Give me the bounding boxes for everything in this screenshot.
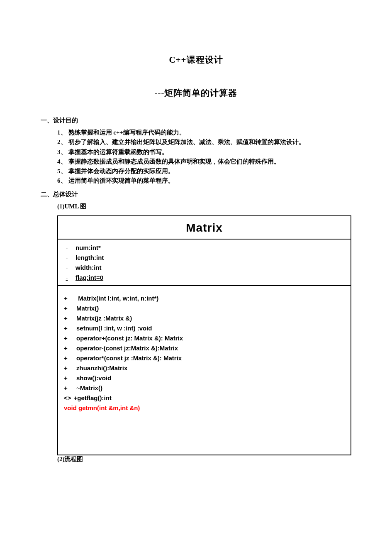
section-one-heading: 一、设计目的	[41, 115, 351, 125]
op-text: Matrix()	[76, 305, 99, 312]
uml-operation-friend: void getmn(int &m,int &n)	[64, 403, 345, 413]
attr-text: width:int	[75, 264, 101, 271]
visibility-icon: -	[64, 253, 70, 263]
list-text: 运用简单的循环实现简单的菜单程序。	[68, 176, 352, 186]
visibility-icon: +	[64, 333, 71, 343]
list-item: 1、 熟练掌握和运用 c++编写程序代码的能力。	[57, 128, 351, 137]
uml-operation: +Matrix(jz :Matrix &)	[64, 313, 345, 323]
visibility-icon: -	[64, 243, 70, 253]
main-title: C++课程设计	[41, 54, 351, 66]
visibility-icon: +	[64, 353, 71, 363]
op-text: ~Matrix()	[76, 384, 102, 391]
op-text: operator*(const jz :Matrix &): Matrix	[76, 355, 182, 362]
visibility-icon: -	[64, 263, 70, 273]
uml-operations-section: + Matrix(int l:int, w:int, n:int*) +Matr…	[58, 286, 351, 455]
section-two-sub: (1)UML 图	[41, 202, 351, 211]
visibility-icon: +	[64, 293, 71, 303]
op-text: show():void	[76, 374, 111, 381]
uml-operation: + Matrix(int l:int, w:int, n:int*)	[64, 293, 345, 303]
list-item: 5、 掌握并体会动态内存分配的实际应用。	[57, 166, 351, 176]
uml-label-text: (1)UML 图	[57, 202, 351, 211]
section-two-heading: 二、总体设计	[41, 189, 351, 199]
uml-operation: +Matrix()	[64, 303, 345, 313]
visibility-icon: +	[64, 343, 71, 353]
op-text: setnum(l :int, w :int) :void	[76, 325, 152, 332]
list-item: 2、 初步了解输入、建立并输出矩阵以及矩阵加法、减法、乘法、赋值和转置的算法设计…	[57, 137, 351, 147]
uml-attribute: -num:int*	[64, 243, 345, 253]
list-text: 熟练掌握和运用 c++编写程序代码的能力。	[68, 128, 352, 137]
uml-operation: +~Matrix()	[64, 383, 345, 393]
op-text: zhuanzhi():Matrix	[76, 364, 127, 372]
uml-operation: +operator*(const jz :Matrix &): Matrix	[64, 353, 345, 363]
list-number: 6、	[57, 176, 67, 186]
uml-operation: +zhuanzhi():Matrix	[64, 363, 345, 373]
list-text: 初步了解输入、建立并输出矩阵以及矩阵加法、减法、乘法、赋值和转置的算法设计。	[68, 137, 352, 147]
list-text: 掌握静态数据成员和静态成员函数的具体声明和实现，体会它们的特殊作用。	[68, 157, 352, 166]
list-number: 2、	[57, 137, 67, 147]
op-text: operator+(const jz: Matrix &): Matrix	[76, 335, 183, 342]
flowchart-label: (2)流程图	[41, 455, 351, 463]
visibility-icon: +	[64, 373, 71, 383]
op-text: Matrix(int l:int, w:int, n:int*)	[76, 295, 158, 302]
op-text: operator-(const jz:Matrix &):Matrix	[76, 345, 178, 352]
uml-operation: +setnum(l :int, w :int) :void	[64, 323, 345, 333]
uml-label: (1)UML 图	[57, 202, 351, 211]
uml-attribute-static: -flag:int=0	[64, 273, 345, 283]
list-text: 掌握基本的运算符重载函数的书写。	[68, 147, 352, 157]
uml-attribute: -length:int	[64, 253, 345, 263]
uml-operation: +show():void	[64, 373, 345, 383]
uml-class-diagram: Matrix -num:int* -length:int -width:int …	[57, 215, 351, 455]
list-number: 5、	[57, 166, 67, 176]
visibility-icon: +	[64, 323, 71, 333]
list-text: 掌握并体会动态内存分配的实际应用。	[68, 166, 352, 176]
visibility-icon: +	[64, 363, 71, 373]
attr-text: num:int*	[75, 244, 101, 251]
uml-attributes-section: -num:int* -length:int -width:int -flag:i…	[58, 240, 351, 286]
document-page: C++课程设计 ---矩阵简单的计算器 一、设计目的 1、 熟练掌握和运用 c+…	[0, 0, 392, 488]
uml-class-name: Matrix	[58, 216, 351, 240]
attr-text: flag:int=0	[75, 274, 103, 281]
subtitle: ---矩阵简单的计算器	[41, 87, 351, 99]
op-text: +getflag():int	[74, 394, 112, 401]
op-text: Matrix(jz :Matrix &)	[76, 315, 132, 322]
visibility-icon: -	[64, 273, 70, 283]
list-number: 3、	[57, 147, 67, 157]
uml-operation: +operator+(const jz: Matrix &): Matrix	[64, 333, 345, 343]
list-number: 4、	[57, 157, 67, 166]
design-purpose-list: 1、 熟练掌握和运用 c++编写程序代码的能力。 2、 初步了解输入、建立并输出…	[41, 128, 351, 186]
visibility-icon: +	[64, 383, 71, 393]
attr-text: length:int	[75, 254, 104, 261]
list-item: 6、 运用简单的循环实现简单的菜单程序。	[57, 176, 351, 186]
list-item: 4、 掌握静态数据成员和静态成员函数的具体声明和实现，体会它们的特殊作用。	[57, 157, 351, 166]
visibility-icon: +	[64, 303, 71, 313]
uml-attribute: -width:int	[64, 263, 345, 273]
uml-operation: +operator-(const jz:Matrix &):Matrix	[64, 343, 345, 353]
op-text: void getmn(int &m,int &n)	[64, 404, 140, 411]
list-number: 1、	[57, 128, 67, 137]
visibility-icon: +	[64, 313, 71, 323]
visibility-icon: <>	[64, 393, 71, 403]
list-item: 3、 掌握基本的运算符重载函数的书写。	[57, 147, 351, 157]
uml-operation: <>+getflag():int	[64, 393, 345, 403]
